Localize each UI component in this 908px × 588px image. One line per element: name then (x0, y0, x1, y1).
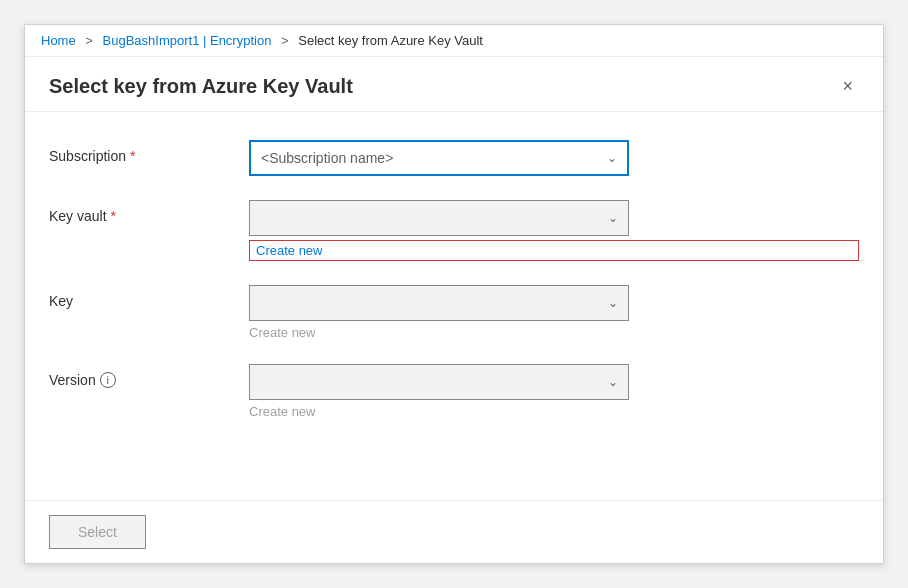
key-row: Key ⌄ Create new (49, 285, 859, 340)
key-vault-row: Key vault * ⌄ Create new (49, 200, 859, 261)
close-button[interactable]: × (836, 73, 859, 99)
dialog-body: Subscription * <Subscription name> ⌄ Key… (25, 112, 883, 500)
subscription-dropdown[interactable]: <Subscription name> ⌄ (249, 140, 629, 176)
key-control: ⌄ Create new (249, 285, 859, 340)
subscription-label: Subscription * (49, 140, 249, 164)
breadcrumb-sep1: > (85, 33, 93, 48)
key-create-new-text: Create new (249, 325, 859, 340)
version-label: Version i (49, 364, 249, 388)
key-label: Key (49, 285, 249, 309)
select-button[interactable]: Select (49, 515, 146, 549)
key-vault-dropdown[interactable]: ⌄ (249, 200, 629, 236)
subscription-required: * (130, 148, 135, 164)
dialog-header: Select key from Azure Key Vault × (25, 57, 883, 112)
dialog-title: Select key from Azure Key Vault (49, 75, 353, 98)
version-chevron-icon: ⌄ (608, 375, 618, 389)
version-create-new-text: Create new (249, 404, 859, 419)
key-vault-required: * (111, 208, 116, 224)
breadcrumb-sep2: > (281, 33, 289, 48)
dialog: Home > BugBashImport1 | Encryption > Sel… (24, 24, 884, 564)
breadcrumb-encryption[interactable]: BugBashImport1 | Encryption (103, 33, 272, 48)
version-info-icon[interactable]: i (100, 372, 116, 388)
version-control: ⌄ Create new (249, 364, 859, 419)
breadcrumb-home[interactable]: Home (41, 33, 76, 48)
subscription-chevron-icon: ⌄ (607, 151, 617, 165)
key-chevron-icon: ⌄ (608, 296, 618, 310)
subscription-placeholder: <Subscription name> (261, 150, 393, 166)
subscription-control: <Subscription name> ⌄ (249, 140, 859, 176)
dialog-footer: Select (25, 500, 883, 563)
key-vault-label: Key vault * (49, 200, 249, 224)
key-vault-create-new-link[interactable]: Create new (249, 240, 859, 261)
key-vault-control: ⌄ Create new (249, 200, 859, 261)
version-dropdown[interactable]: ⌄ (249, 364, 629, 400)
breadcrumb: Home > BugBashImport1 | Encryption > Sel… (25, 25, 883, 57)
version-row: Version i ⌄ Create new (49, 364, 859, 419)
subscription-row: Subscription * <Subscription name> ⌄ (49, 140, 859, 176)
breadcrumb-current: Select key from Azure Key Vault (298, 33, 483, 48)
key-dropdown[interactable]: ⌄ (249, 285, 629, 321)
key-vault-chevron-icon: ⌄ (608, 211, 618, 225)
